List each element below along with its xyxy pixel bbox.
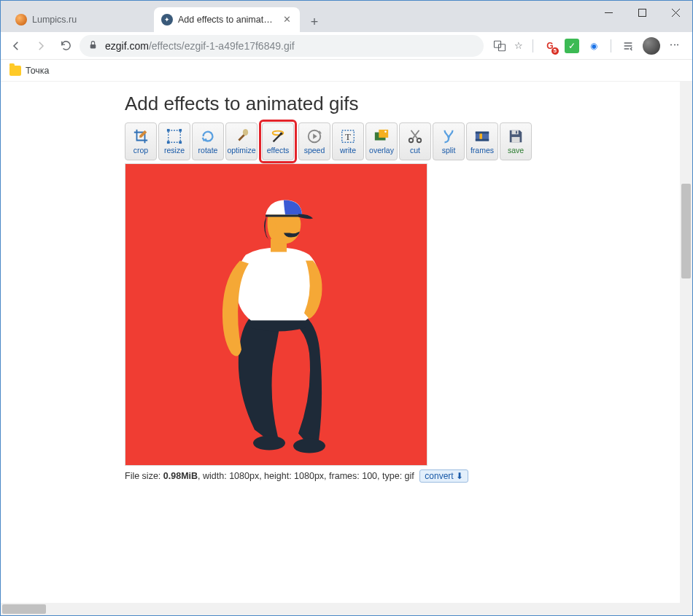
extension-globe-icon[interactable]: ◉ [586, 39, 601, 53]
tool-label: resize [164, 146, 185, 155]
tab-close-icon[interactable]: ✕ [281, 14, 293, 26]
bookmarks-bar: Точка [1, 60, 692, 82]
info-type: gif [405, 471, 414, 481]
tool-label: speed [304, 146, 325, 155]
file-info: File size: 0.98MiB, width: 1080px, heigh… [125, 469, 692, 483]
svg-rect-22 [476, 139, 489, 141]
svg-rect-4 [169, 130, 181, 143]
svg-rect-6 [179, 129, 182, 132]
tool-resize[interactable]: resize [158, 122, 190, 160]
tool-optimize[interactable]: optimize [225, 122, 258, 160]
profile-avatar[interactable] [643, 37, 660, 55]
ezgif-favicon: ✦ [161, 14, 173, 26]
new-tab-button[interactable]: + [304, 12, 325, 32]
overlay-icon [373, 128, 390, 144]
window-controls [592, 1, 692, 24]
lumpics-favicon [15, 14, 27, 26]
info-frames: 100 [362, 471, 377, 481]
svg-rect-21 [476, 132, 489, 134]
horizontal-scrollbar[interactable] [1, 603, 680, 615]
gif-preview [125, 163, 427, 466]
tool-split[interactable]: split [433, 122, 465, 160]
translate-icon[interactable] [492, 39, 507, 53]
separator [611, 39, 611, 52]
tool-overlay[interactable]: overlay [365, 122, 398, 160]
tool-frames[interactable]: frames [466, 122, 498, 160]
speed-icon [306, 128, 323, 144]
character-illustration [196, 182, 357, 459]
window-maximize-button[interactable] [625, 1, 659, 24]
extension-gmail-icon[interactable]: G5 [543, 39, 557, 53]
svg-rect-25 [512, 137, 520, 142]
split-icon [440, 128, 457, 144]
tool-label: frames [471, 146, 494, 155]
folder-icon [9, 66, 21, 76]
page-title: Add effects to animated gifs [125, 93, 692, 115]
effects-icon [269, 128, 287, 144]
nav-back-button[interactable] [5, 35, 27, 57]
highlight-annotation: effects [259, 120, 297, 163]
omnibox[interactable]: ezgif.com/effects/ezgif-1-a49fe17f6849.g… [80, 35, 484, 57]
url-text: ezgif.com/effects/ezgif-1-a49fe17f6849.g… [105, 40, 295, 52]
info-mid: , type: [377, 471, 405, 481]
svg-point-27 [253, 435, 285, 450]
scroll-thumb[interactable] [2, 604, 46, 614]
bookmark-label: Точка [26, 66, 50, 76]
tool-rotate[interactable]: rotate [192, 122, 224, 160]
info-height: 1080px [294, 471, 324, 481]
svg-rect-7 [167, 141, 170, 144]
info-size: 0.98MiB [163, 471, 198, 481]
tool-label: effects [267, 146, 290, 155]
tool-save[interactable]: save [500, 122, 532, 160]
tool-label: rotate [198, 146, 218, 155]
info-prefix: File size: [125, 471, 163, 481]
tool-label: optimize [227, 146, 255, 155]
address-bar-row: ezgif.com/effects/ezgif-1-a49fe17f6849.g… [1, 32, 692, 60]
badge-count: 5 [551, 47, 559, 55]
tool-effects[interactable]: effects [262, 122, 294, 160]
frames-icon [473, 128, 491, 144]
nav-forward-button[interactable] [30, 35, 52, 57]
page-viewport: Add effects to animated gifs crop resize… [1, 82, 692, 615]
browser-tab-active[interactable]: ✦ Add effects to animated gifs - gif ✕ [154, 7, 300, 32]
svg-point-17 [384, 130, 387, 133]
write-icon: T [339, 128, 357, 144]
window-close-button[interactable] [659, 1, 692, 24]
nav-reload-button[interactable] [55, 35, 77, 57]
tool-cut[interactable]: cut [399, 122, 431, 160]
svg-point-9 [243, 129, 248, 136]
scroll-thumb[interactable] [681, 184, 691, 278]
tool-row: crop resize rotate optimize effects [125, 122, 692, 160]
tab-title: Lumpics.ru [32, 15, 147, 25]
tool-speed[interactable]: speed [298, 122, 330, 160]
chrome-titlebar: Lumpics.ru ✦ Add effects to animated gif… [1, 1, 692, 32]
cut-icon [406, 128, 424, 144]
tab-title: Add effects to animated gifs - gif [178, 15, 276, 25]
info-mid: , height: [259, 471, 294, 481]
crop-icon [132, 128, 150, 144]
tool-label: split [442, 146, 456, 155]
bookmark-folder[interactable]: Точка [9, 66, 50, 76]
svg-rect-24 [512, 130, 519, 135]
info-width: 1080px [229, 471, 259, 481]
chrome-menu-button[interactable]: ⋮ [667, 40, 682, 51]
tool-write[interactable]: T write [332, 122, 364, 160]
window-minimize-button[interactable] [592, 1, 625, 24]
info-mid: , frames: [324, 471, 362, 481]
tool-crop[interactable]: crop [125, 122, 157, 160]
extension-check-icon[interactable]: ✓ [565, 39, 579, 53]
svg-rect-8 [179, 141, 182, 144]
svg-rect-1 [90, 44, 96, 47]
bookmark-star-icon[interactable]: ☆ [514, 40, 523, 51]
reading-list-icon[interactable] [621, 39, 635, 53]
svg-point-28 [293, 438, 325, 453]
separator [533, 39, 533, 52]
convert-button[interactable]: convert [419, 469, 468, 483]
tool-label: overlay [369, 146, 394, 155]
extension-area: ☆ G5 ✓ ◉ ⋮ [487, 37, 688, 55]
svg-point-30 [269, 222, 276, 232]
info-mid: , width: [198, 471, 229, 481]
rotate-icon [199, 128, 217, 144]
vertical-scrollbar[interactable] [680, 82, 692, 615]
browser-tab-inactive[interactable]: Lumpics.ru [8, 7, 154, 32]
